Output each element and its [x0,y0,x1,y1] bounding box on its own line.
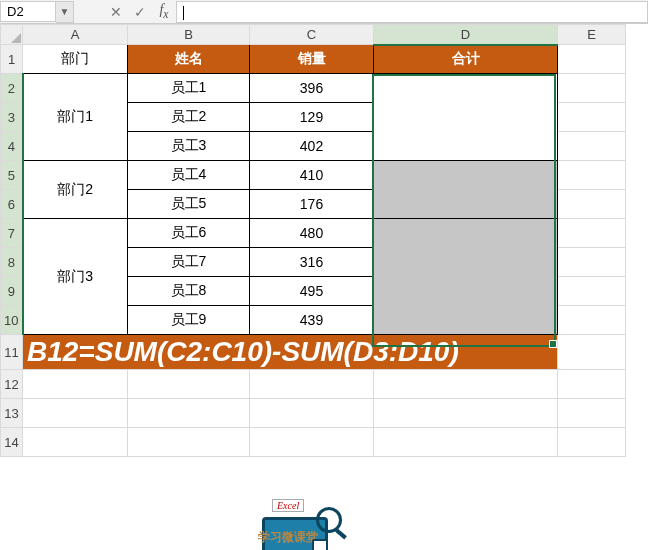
name-cell[interactable]: 员工8 [128,277,250,306]
row-header-11[interactable]: 11 [1,335,23,370]
dept-cell[interactable]: 部门2 [23,161,128,219]
sales-cell[interactable]: 316 [250,248,374,277]
name-cell[interactable]: 员工2 [128,103,250,132]
cancel-icon[interactable]: ✕ [104,4,128,20]
name-cell[interactable]: 员工5 [128,190,250,219]
name-cell[interactable]: 员工9 [128,306,250,335]
cell-E5[interactable] [558,161,626,190]
cell-B14[interactable] [128,428,250,457]
row-header-12[interactable]: 12 [1,370,23,399]
header-total[interactable]: 合计 [374,45,558,74]
watermark-chinese: 学习微课堂 [258,529,318,546]
enter-icon[interactable]: ✓ [128,4,152,20]
row-header-2[interactable]: 2 [1,74,23,103]
cell-E1[interactable] [558,45,626,74]
cell-E6[interactable] [558,190,626,219]
watermark-badge: Excel 学习微课堂 [258,499,354,550]
fx-icon[interactable]: fx [152,2,176,21]
magnifier-icon [316,507,342,533]
row-header-6[interactable]: 6 [1,190,23,219]
cell-A12[interactable] [23,370,128,399]
name-cell[interactable]: 员工3 [128,132,250,161]
name-cell[interactable]: 员工7 [128,248,250,277]
formula-bar: D2 ▼ ✕ ✓ fx [0,0,648,24]
col-header-B[interactable]: B [128,25,250,45]
name-box-dropdown[interactable]: ▼ [56,1,74,23]
total-cell[interactable] [374,74,558,161]
name-cell[interactable]: 员工1 [128,74,250,103]
cell-B12[interactable] [128,370,250,399]
cell-E14[interactable] [558,428,626,457]
cell-D12[interactable] [374,370,558,399]
dept-cell[interactable]: 部门1 [23,74,128,161]
sales-cell[interactable]: 495 [250,277,374,306]
cell-E3[interactable] [558,103,626,132]
cell-D14[interactable] [374,428,558,457]
sales-cell[interactable]: 176 [250,190,374,219]
cell-C14[interactable] [250,428,374,457]
cell-E10[interactable] [558,306,626,335]
cell-E7[interactable] [558,219,626,248]
sales-cell[interactable]: 129 [250,103,374,132]
row-header-10[interactable]: 10 [1,306,23,335]
row-header-3[interactable]: 3 [1,103,23,132]
cell-E9[interactable] [558,277,626,306]
row-header-14[interactable]: 14 [1,428,23,457]
row-header-7[interactable]: 7 [1,219,23,248]
sales-cell[interactable]: 402 [250,132,374,161]
name-cell[interactable]: 员工6 [128,219,250,248]
row-header-8[interactable]: 8 [1,248,23,277]
header-name[interactable]: 姓名 [128,45,250,74]
cell-A14[interactable] [23,428,128,457]
header-sales[interactable]: 销量 [250,45,374,74]
name-cell[interactable]: 员工4 [128,161,250,190]
dept-cell[interactable]: 部门3 [23,219,128,335]
header-dept[interactable]: 部门 [23,45,128,74]
col-header-E[interactable]: E [558,25,626,45]
text-cursor-icon [183,6,184,20]
sales-cell[interactable]: 439 [250,306,374,335]
cell-A13[interactable] [23,399,128,428]
row-header-9[interactable]: 9 [1,277,23,306]
cell-E13[interactable] [558,399,626,428]
cell-E12[interactable] [558,370,626,399]
cell-E11[interactable] [558,335,626,370]
sales-cell[interactable]: 396 [250,74,374,103]
cell-E2[interactable] [558,74,626,103]
cell-D13[interactable] [374,399,558,428]
sales-cell[interactable]: 410 [250,161,374,190]
row-header-1[interactable]: 1 [1,45,23,74]
sales-cell[interactable]: 480 [250,219,374,248]
total-cell[interactable] [374,219,558,335]
formula-input[interactable] [176,1,648,23]
row-header-13[interactable]: 13 [1,399,23,428]
row-header-5[interactable]: 5 [1,161,23,190]
total-cell[interactable] [374,161,558,219]
cell-E8[interactable] [558,248,626,277]
cell-C12[interactable] [250,370,374,399]
cell-C13[interactable] [250,399,374,428]
name-box[interactable]: D2 [0,1,56,22]
cell-E4[interactable] [558,132,626,161]
formula-banner[interactable]: B12=SUM(C2:C10)-SUM(D3:D10) [23,335,558,370]
col-header-C[interactable]: C [250,25,374,45]
watermark-label: Excel [272,499,304,512]
col-header-D[interactable]: D [374,25,558,45]
select-all-corner[interactable] [1,25,23,45]
spreadsheet-grid[interactable]: ABCDE1部门姓名销量合计2部门1员工13963员工21294员工34025部… [0,24,648,457]
col-header-A[interactable]: A [23,25,128,45]
row-header-4[interactable]: 4 [1,132,23,161]
cell-B13[interactable] [128,399,250,428]
phone-icon [312,539,328,550]
